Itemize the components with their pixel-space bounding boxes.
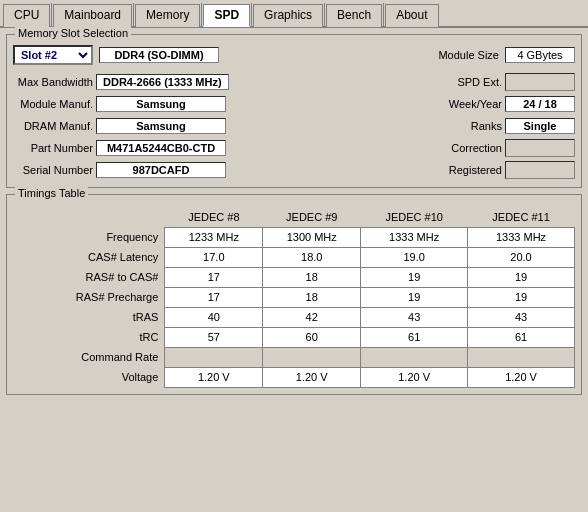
timings-cell-0-0: 1233 MHz [165,227,263,247]
tab-mainboard[interactable]: Mainboard [53,4,132,27]
spd-ext-value [505,73,575,91]
correction-row: Correction [298,137,575,159]
timings-row-label-1: CAS# Latency [13,247,165,267]
timings-row-label-7: Voltage [13,367,165,387]
slot-info-area: Max Bandwidth DDR4-2666 (1333 MHz) Modul… [13,71,575,181]
module-type-value: DDR4 (SO-DIMM) [99,47,219,63]
module-size-value: 4 GBytes [505,47,575,63]
timings-cell-7-2: 1.20 V [361,367,468,387]
slot-left-col: Max Bandwidth DDR4-2666 (1333 MHz) Modul… [13,71,290,181]
registered-label: Registered [298,164,502,176]
spd-ext-label: SPD Ext. [298,76,502,88]
timings-row-label-2: RAS# to CAS# [13,267,165,287]
ranks-row: Ranks Single [298,115,575,137]
max-bandwidth-label: Max Bandwidth [13,76,93,88]
timings-col-jedec10: JEDEC #10 [361,207,468,227]
timings-row-7: Voltage1.20 V1.20 V1.20 V1.20 V [13,367,575,387]
week-year-row: Week/Year 24 / 18 [298,93,575,115]
timings-cell-6-2 [361,347,468,367]
timings-cell-1-0: 17.0 [165,247,263,267]
memory-slot-group: Memory Slot Selection Slot #2 DDR4 (SO-D… [6,34,582,188]
memory-slot-group-title: Memory Slot Selection [15,27,131,39]
timings-row-4: tRAS40424343 [13,307,575,327]
timings-cell-0-2: 1333 MHz [361,227,468,247]
timings-row-label-5: tRC [13,327,165,347]
ranks-label: Ranks [298,120,502,132]
correction-label: Correction [298,142,502,154]
timings-cell-5-0: 57 [165,327,263,347]
timings-row-2: RAS# to CAS#17181919 [13,267,575,287]
timings-cell-4-0: 40 [165,307,263,327]
correction-value [505,139,575,157]
timings-cell-5-1: 60 [263,327,361,347]
timings-cell-2-2: 19 [361,267,468,287]
timings-cell-1-1: 18.0 [263,247,361,267]
timings-cell-0-1: 1300 MHz [263,227,361,247]
timings-row-label-3: RAS# Precharge [13,287,165,307]
serial-number-label: Serial Number [13,164,93,176]
timings-cell-6-3 [468,347,575,367]
registered-value [505,161,575,179]
tab-spd[interactable]: SPD [203,4,250,27]
spd-ext-row: SPD Ext. [298,71,575,93]
timings-cell-6-1 [263,347,361,367]
timings-col-jedec11: JEDEC #11 [468,207,575,227]
module-manuf-label: Module Manuf. [13,98,93,110]
timings-cell-3-0: 17 [165,287,263,307]
week-year-label: Week/Year [298,98,502,110]
tab-bench[interactable]: Bench [326,4,382,27]
tab-bar: CPU Mainboard Memory SPD Graphics Bench … [0,0,588,28]
slot-selector[interactable]: Slot #2 [13,45,93,65]
timings-col-label [13,207,165,227]
tab-memory[interactable]: Memory [135,4,200,27]
slot-right-col: SPD Ext. Week/Year 24 / 18 Ranks Single … [290,71,575,181]
timings-row-label-4: tRAS [13,307,165,327]
timings-cell-5-2: 61 [361,327,468,347]
timings-cell-3-1: 18 [263,287,361,307]
serial-number-value: 987DCAFD [96,162,226,178]
timings-cell-7-0: 1.20 V [165,367,263,387]
timings-header-row: JEDEC #8 JEDEC #9 JEDEC #10 JEDEC #11 [13,207,575,227]
timings-cell-2-1: 18 [263,267,361,287]
tab-about[interactable]: About [385,4,438,27]
timings-cell-4-2: 43 [361,307,468,327]
ranks-value: Single [505,118,575,134]
timings-row-3: RAS# Precharge17181919 [13,287,575,307]
timings-row-5: tRC57606161 [13,327,575,347]
module-manuf-value: Samsung [96,96,226,112]
timings-row-label-0: Frequency [13,227,165,247]
timings-cell-1-3: 20.0 [468,247,575,267]
week-year-value: 24 / 18 [505,96,575,112]
timings-col-jedec9: JEDEC #9 [263,207,361,227]
timings-cell-3-2: 19 [361,287,468,307]
module-size-label: Module Size [438,49,499,61]
timings-cell-3-3: 19 [468,287,575,307]
part-number-value: M471A5244CB0-CTD [96,140,226,156]
tab-cpu[interactable]: CPU [3,4,50,27]
timings-cell-4-1: 42 [263,307,361,327]
part-number-row: Part Number M471A5244CB0-CTD [13,137,290,159]
max-bandwidth-value: DDR4-2666 (1333 MHz) [96,74,229,90]
timings-col-jedec8: JEDEC #8 [165,207,263,227]
timings-row-6: Command Rate [13,347,575,367]
timings-cell-1-2: 19.0 [361,247,468,267]
serial-number-row: Serial Number 987DCAFD [13,159,290,181]
timings-row-0: Frequency1233 MHz1300 MHz1333 MHz1333 MH… [13,227,575,247]
module-manuf-row: Module Manuf. Samsung [13,93,290,115]
timings-cell-5-3: 61 [468,327,575,347]
timings-cell-2-3: 19 [468,267,575,287]
dram-manuf-value: Samsung [96,118,226,134]
max-bandwidth-row: Max Bandwidth DDR4-2666 (1333 MHz) [13,71,290,93]
timings-cell-7-3: 1.20 V [468,367,575,387]
registered-row: Registered [298,159,575,181]
tab-graphics[interactable]: Graphics [253,4,323,27]
timings-group: Timings Table JEDEC #8 JEDEC #9 JEDEC #1… [6,194,582,395]
main-content: Memory Slot Selection Slot #2 DDR4 (SO-D… [0,28,588,407]
timings-group-title: Timings Table [15,187,88,199]
dram-manuf-label: DRAM Manuf. [13,120,93,132]
timings-cell-0-3: 1333 MHz [468,227,575,247]
timings-cell-2-0: 17 [165,267,263,287]
timings-cell-4-3: 43 [468,307,575,327]
timings-row-label-6: Command Rate [13,347,165,367]
part-number-label: Part Number [13,142,93,154]
